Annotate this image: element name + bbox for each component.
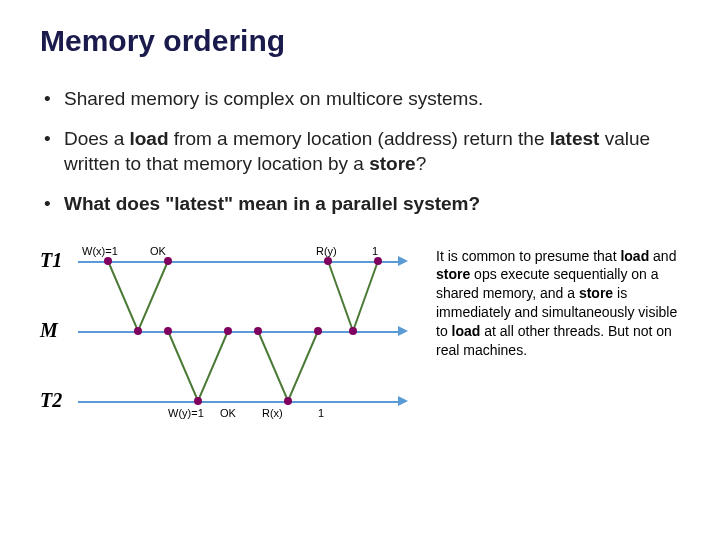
event-dot: [314, 327, 322, 335]
label-wx: W(x)=1: [82, 245, 118, 257]
label-one-top: 1: [372, 245, 378, 257]
event-dot: [104, 257, 112, 265]
event-dot: [224, 327, 232, 335]
bullet-2: Does a load from a memory location (addr…: [40, 126, 680, 177]
label-one-bot: 1: [318, 407, 324, 419]
event-dot: [284, 397, 292, 405]
row-label-t2: T2: [40, 389, 62, 412]
row-label-m: M: [40, 319, 58, 342]
timeline-diagram: T1 M T2 W(x)=: [40, 247, 420, 437]
zigzag-lines: [78, 247, 408, 417]
label-ok-top: OK: [150, 245, 166, 257]
label-rx: R(x): [262, 407, 283, 419]
label-wy: W(y)=1: [168, 407, 204, 419]
label-ry: R(y): [316, 245, 337, 257]
event-dot: [324, 257, 332, 265]
event-dot: [164, 257, 172, 265]
event-dot: [134, 327, 142, 335]
event-dot: [194, 397, 202, 405]
event-dot: [374, 257, 382, 265]
slide-title: Memory ordering: [40, 24, 680, 58]
diagram-area: T1 M T2 W(x)=: [40, 247, 680, 437]
bullet-1: Shared memory is complex on multicore sy…: [40, 86, 680, 112]
label-ok-bot: OK: [220, 407, 236, 419]
event-dot: [254, 327, 262, 335]
bullet-3: What does "latest" mean in a parallel sy…: [40, 191, 680, 217]
event-dot: [349, 327, 357, 335]
side-note: It is common to presume that load and st…: [436, 247, 680, 360]
event-dot: [164, 327, 172, 335]
bullet-list: Shared memory is complex on multicore sy…: [40, 86, 680, 217]
row-label-t1: T1: [40, 249, 62, 272]
